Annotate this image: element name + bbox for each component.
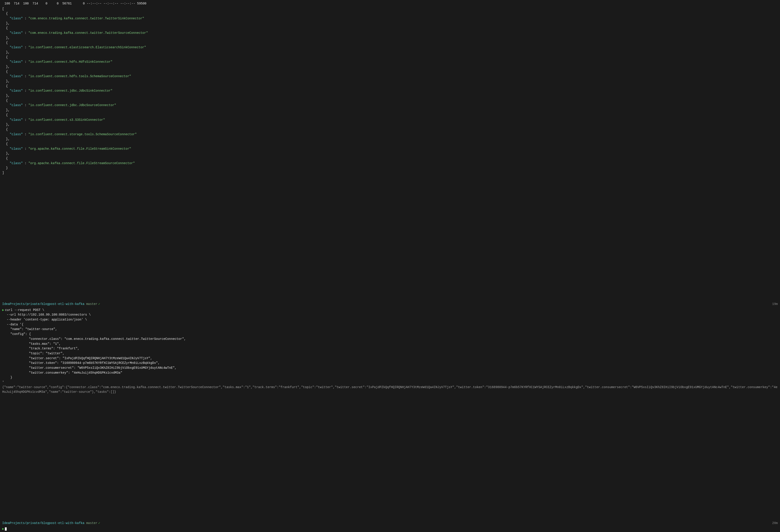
connector-close-10: } — [2, 166, 778, 171]
connector-class-4: "class" : "io.confluent.connect.hdfs.too… — [2, 74, 778, 79]
connector-class-8: "class" : "io.confluent.connect.storage.… — [2, 132, 778, 137]
time-2: 20m — [772, 521, 778, 526]
curl-twitter-consumerkey: "twitter.consumerkey": "4eHuJuij45hqHDGP… — [2, 371, 778, 376]
curl-data-close: ' — [2, 380, 778, 385]
curl-connector-class: "connector.class": "com.eneco.trading.ka… — [2, 337, 778, 342]
curl-twitter-token: "twitter.token": "3168980944-p7m6b57KYRf… — [2, 361, 778, 366]
prompt-arrow: ▶ — [2, 308, 4, 312]
connector-open-7: { — [2, 113, 778, 118]
connector-class-9: "class" : "org.apache.kafka.connect.file… — [2, 147, 778, 151]
connector-class-0: "class" : "com.eneco.trading.kafka.conne… — [2, 16, 778, 21]
curl-topic: "topic": "twitter", — [2, 351, 778, 356]
connector-open-6: { — [2, 98, 778, 103]
connector-open-2: { — [2, 41, 778, 45]
connector-class-10: "class" : "org.apache.kafka.connect.file… — [2, 161, 778, 166]
connector-close-2: }, — [2, 50, 778, 55]
curl-config-close: } — [2, 375, 778, 380]
curl-twitter-consumersecret: "twitter.consumersecret": "W6VP5xsIiQv3K… — [2, 366, 778, 371]
status-bar-2: IdeaProjects/private/blogpost-etl-with-k… — [0, 521, 780, 526]
connector-close-4: }, — [2, 79, 778, 84]
time-1: 19m — [772, 302, 778, 306]
connector-close-5: }, — [2, 93, 778, 98]
connector-close-1: }, — [2, 36, 778, 41]
connector-open-5: { — [2, 84, 778, 89]
connector-class-3: "class" : "io.confluent.connect.hdfs.Hdf… — [2, 60, 778, 64]
bottom-prompt-arrow: ▶ — [2, 527, 4, 531]
prompt-curl: ▶ curl --request POST \ — [2, 308, 778, 313]
branch-1: master — [86, 302, 97, 306]
json-response: {"name":"twitter-source","config":{"conn… — [2, 385, 778, 394]
connector-close-9: }, — [2, 151, 778, 156]
connector-close-6: }, — [2, 108, 778, 113]
terminal-window: 100 714 100 714 0 0 56761 0 --:--:-- --:… — [0, 0, 780, 532]
connector-close-3: }, — [2, 64, 778, 69]
connectors-list: { "class" : "com.eneco.trading.kafka.con… — [2, 11, 778, 171]
connector-open-0: { — [2, 11, 778, 16]
curl-track-terms: "track.terms": "frankfurt", — [2, 346, 778, 351]
curl-line3: --header 'content-type: application/json… — [2, 318, 778, 322]
curl-command-block: ▶ curl --request POST \ --url http://192… — [0, 307, 780, 521]
path-2: IdeaProjects/private/blogpost-etl-with-k… — [2, 521, 85, 526]
connector-class-2: "class" : "io.confluent.connect.elastics… — [2, 45, 778, 50]
array-close: ] — [2, 171, 778, 176]
curl-tasks-max: "tasks.max": "1", — [2, 342, 778, 346]
curl-line1: curl --request POST \ — [5, 308, 44, 313]
connector-close-0: }, — [2, 21, 778, 26]
curl-config-open: "config": { — [2, 332, 778, 337]
curl-twitter-secret: "twitter.secret": "IxPajdPZkQqfHQIRQNHjA… — [2, 356, 778, 361]
connector-class-5: "class" : "io.confluent.connect.jdbc.Jdb… — [2, 89, 778, 93]
curl-name: "name": "twitter-source", — [2, 327, 778, 332]
connector-open-3: { — [2, 55, 778, 60]
stats-line: 100 714 100 714 0 0 56761 0 --:--:-- --:… — [2, 1, 778, 7]
connector-open-4: { — [2, 69, 778, 74]
status-bar-1: IdeaProjects/private/blogpost-etl-with-k… — [0, 301, 780, 307]
terminal-content: 100 714 100 714 0 0 56761 0 --:--:-- --:… — [0, 0, 780, 301]
curl-line4: --data '{ — [2, 322, 778, 327]
connector-open-8: { — [2, 127, 778, 132]
connector-class-7: "class" : "io.confluent.connect.s3.S3Sin… — [2, 118, 778, 123]
connector-class-6: "class" : "io.confluent.connect.jdbc.Jdb… — [2, 103, 778, 108]
cursor — [5, 527, 7, 531]
checkmark-2: ✓ — [98, 521, 100, 526]
curl-line2: --url http://192.168.99.100:8083/connect… — [2, 312, 778, 318]
connector-close-8: }, — [2, 137, 778, 142]
bottom-prompt: ▶ — [0, 526, 780, 532]
connector-open-1: { — [2, 26, 778, 31]
connector-close-7: }, — [2, 122, 778, 127]
checkmark-1: ✓ — [98, 302, 100, 306]
connector-class-1: "class" : "com.eneco.trading.kafka.conne… — [2, 31, 778, 36]
branch-2: master — [86, 521, 97, 526]
connector-open-10: { — [2, 156, 778, 161]
array-open: [ — [2, 7, 778, 11]
path-1: IdeaProjects/private/blogpost-etl-with-k… — [2, 302, 85, 306]
connector-open-9: { — [2, 142, 778, 147]
